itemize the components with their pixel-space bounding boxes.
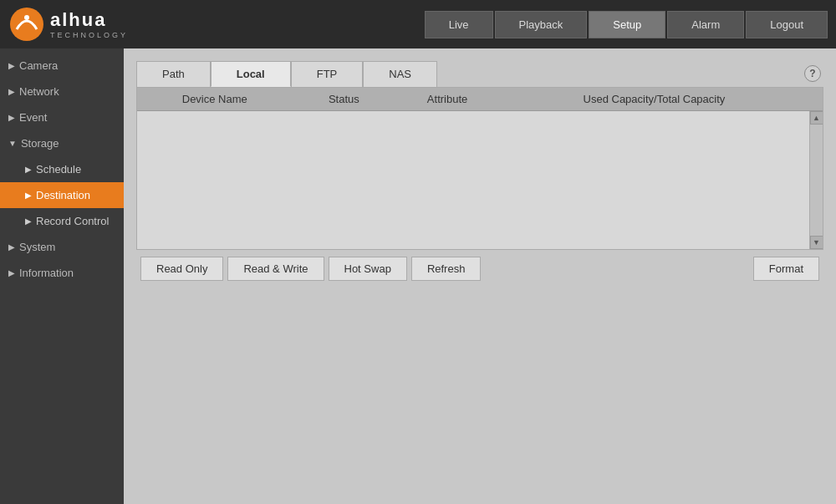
tab-local[interactable]: Local	[211, 61, 291, 87]
sidebar-item-network[interactable]: ▶ Network	[0, 79, 124, 104]
sidebar-label-camera: Camera	[19, 59, 58, 72]
tab-playback[interactable]: Playback	[495, 11, 588, 38]
arrow-icon: ▶	[25, 216, 32, 226]
content-area: ? Path Local FTP NAS Device Name Status …	[124, 48, 836, 504]
table-area: Device Name Status Attribute Used Capaci…	[136, 87, 823, 250]
logo-subtext: TECHNOLOGY	[50, 31, 128, 39]
scroll-up-arrow[interactable]: ▲	[810, 111, 823, 125]
hot-swap-button[interactable]: Hot Swap	[329, 257, 407, 281]
tab-live[interactable]: Live	[425, 11, 493, 38]
header: alhua TECHNOLOGY Live Playback Setup Ala…	[0, 0, 836, 48]
sidebar-item-camera[interactable]: ▶ Camera	[0, 53, 124, 79]
sidebar-label-event: Event	[19, 111, 47, 124]
sidebar-item-information[interactable]: ▶ Information	[0, 260, 124, 286]
sidebar-item-storage[interactable]: ▼ Storage	[0, 130, 124, 156]
logo-text: alhua	[50, 9, 128, 31]
sidebar-label-storage: Storage	[21, 137, 59, 150]
table-header: Device Name Status Attribute Used Capaci…	[137, 88, 823, 111]
read-only-button[interactable]: Read Only	[140, 257, 223, 281]
sidebar-item-destination[interactable]: ▶ Destination	[0, 182, 124, 208]
scroll-down-arrow[interactable]: ▼	[810, 236, 823, 249]
scrollbar[interactable]: ▲ ▼	[809, 111, 823, 249]
content-wrapper: ? Path Local FTP NAS Device Name Status …	[132, 57, 828, 308]
col-capacity: Used Capacity/Total Capacity	[499, 93, 809, 105]
sidebar-item-record-control[interactable]: ▶ Record Control	[0, 208, 124, 234]
format-button[interactable]: Format	[753, 257, 819, 281]
help-icon[interactable]: ?	[804, 65, 821, 82]
logo-area: alhua TECHNOLOGY	[8, 6, 128, 43]
format-btn-wrap: Format	[753, 257, 819, 281]
col-status: Status	[293, 93, 396, 105]
arrow-icon: ▶	[8, 61, 15, 70]
svg-point-0	[10, 8, 43, 41]
sidebar-label-record-control: Record Control	[36, 215, 109, 227]
page-tabs: Path Local FTP NAS	[136, 61, 823, 87]
buttons-row: Read Only Read & Write Hot Swap Refresh …	[136, 250, 823, 288]
main-layout: ▶ Camera ▶ Network ▶ Event ▼ Storage ▶ S…	[0, 48, 836, 504]
refresh-button[interactable]: Refresh	[411, 257, 482, 281]
svg-point-1	[24, 15, 29, 20]
arrow-icon: ▶	[25, 191, 32, 200]
tab-path[interactable]: Path	[136, 61, 211, 87]
sidebar-label-schedule: Schedule	[36, 163, 81, 176]
arrow-icon: ▶	[8, 113, 15, 122]
tab-alarm[interactable]: Alarm	[667, 11, 744, 38]
sidebar-label-information: Information	[19, 267, 74, 279]
tab-logout[interactable]: Logout	[746, 11, 828, 38]
read-write-button[interactable]: Read & Write	[227, 257, 324, 281]
sidebar-label-network: Network	[19, 85, 59, 98]
col-attribute: Attribute	[395, 93, 499, 105]
logo-icon	[8, 6, 45, 43]
arrow-icon: ▶	[8, 87, 15, 96]
arrow-icon: ▶	[8, 268, 15, 277]
tab-ftp[interactable]: FTP	[291, 61, 364, 87]
sidebar-label-system: System	[19, 241, 55, 253]
sidebar-label-destination: Destination	[36, 189, 90, 201]
sidebar-item-event[interactable]: ▶ Event	[0, 104, 124, 130]
sidebar-item-schedule[interactable]: ▶ Schedule	[0, 156, 124, 182]
table-body: ▲ ▼	[137, 111, 823, 249]
sidebar-item-system[interactable]: ▶ System	[0, 234, 124, 260]
col-device-name: Device Name	[137, 93, 293, 105]
arrow-icon: ▶	[8, 242, 15, 252]
tab-nas[interactable]: NAS	[363, 61, 437, 87]
arrow-icon: ▶	[25, 165, 32, 174]
sidebar: ▶ Camera ▶ Network ▶ Event ▼ Storage ▶ S…	[0, 48, 124, 504]
tab-setup[interactable]: Setup	[589, 11, 665, 38]
arrow-icon: ▼	[8, 139, 17, 148]
nav-tabs: Live Playback Setup Alarm Logout	[425, 11, 828, 38]
